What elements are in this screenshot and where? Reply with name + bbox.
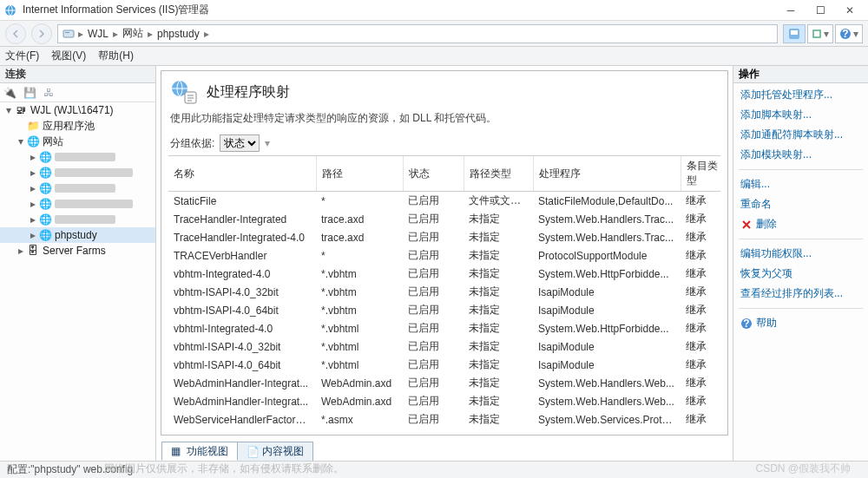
action-add-script-map[interactable]: 添加脚本映射... (739, 107, 863, 123)
cell-handler: System.Web.Handlers.Trac... (533, 210, 681, 228)
close-button[interactable]: ✕ (835, 1, 865, 20)
table-row[interactable]: TraceHandler-Integratedtrace.axd已启用未指定Sy… (168, 210, 720, 228)
table-row[interactable]: WebServiceHandlerFactory-...*.asmx已启用未指定… (168, 410, 720, 429)
node-icon[interactable]: 🖧 (43, 87, 54, 99)
minimize-button[interactable]: ─ (776, 1, 806, 20)
table-row[interactable]: WebAdminHandler-Integrat...WebAdmin.axd已… (168, 392, 720, 410)
cell-entry: 继承 (681, 283, 720, 301)
cell-path: * (316, 246, 403, 265)
cell-name: TRACEVerbHandler (168, 246, 316, 265)
table-row[interactable]: vbhtm-ISAPI-4.0_64bit*.vbhtm已启用未指定IsapiM… (168, 301, 720, 319)
cell-state: 已启用 (403, 337, 464, 356)
cell-entry: 继承 (681, 374, 720, 392)
tree-site-item[interactable]: ▸🌐 (0, 212, 155, 227)
table-row[interactable]: WebAdminHandler-Integrat...WebAdmin.axd已… (168, 374, 720, 392)
center-pane: 处理程序映射 使用此功能指定处理特定请求类型的响应的资源，如 DLL 和托管代码… (156, 66, 733, 461)
menu-file[interactable]: 文件(F) (5, 49, 39, 63)
table-row[interactable]: vbhtm-ISAPI-4.0_32bit*.vbhtm已启用未指定IsapiM… (168, 283, 720, 301)
cell-state: 已启用 (403, 192, 464, 211)
refresh-button[interactable]: ▾ (807, 24, 833, 43)
tree-site-item[interactable]: ▸🌐 (0, 149, 155, 165)
cell-pathtype: 未指定 (464, 265, 533, 283)
tree-site-item[interactable]: ▸🌐 (0, 180, 155, 196)
cell-name: WebServiceHandlerFactory-... (168, 410, 316, 429)
action-view-ordered-list[interactable]: 查看经过排序的列表... (739, 285, 863, 302)
action-add-wildcard[interactable]: 添加通配符脚本映射... (739, 127, 863, 143)
table-row[interactable]: StaticFile*已启用文件或文件夹StaticFileModule,Def… (168, 192, 720, 211)
tree-app-pools[interactable]: 📁应用程序池 (0, 118, 155, 134)
cell-handler: System.Web.Handlers.Web... (533, 374, 681, 392)
tree-site-item[interactable]: ▸🌐 (0, 165, 155, 180)
cell-entry: 继承 (681, 410, 720, 429)
serverfarm-icon: 🗄 (26, 245, 40, 257)
col-path[interactable]: 路径 (316, 156, 403, 192)
cell-pathtype: 未指定 (464, 356, 533, 374)
action-revert-parent[interactable]: 恢复为父项 (739, 265, 863, 282)
handlers-grid[interactable]: 名称 路径 状态 路径类型 处理程序 条目类型 StaticFile*已启用文件… (168, 155, 720, 431)
connections-pane: 连接 🔌 💾 🖧 ▾🖳WJL (WJL\16471) 📁应用程序池 ▾🌐网站 ▸… (0, 66, 156, 461)
table-row[interactable]: vbhtm-Integrated-4.0*.vbhtm已启用未指定System.… (168, 265, 720, 283)
cell-path: WebAdmin.axd (316, 392, 403, 410)
col-handler[interactable]: 处理程序 (533, 156, 681, 192)
cell-state: 已启用 (403, 210, 464, 228)
cell-path: *.asmx (316, 429, 403, 431)
breadcrumb-item[interactable]: phpstudy (155, 28, 201, 40)
tree-site-phpstudy[interactable]: ▸🌐phpstudy (0, 227, 155, 243)
menu-help[interactable]: 帮助(H) (98, 49, 134, 63)
action-add-managed[interactable]: 添加托管处理程序... (739, 87, 863, 103)
action-edit[interactable]: 编辑... (739, 176, 863, 193)
server-icon (62, 28, 76, 40)
help-icon[interactable]: ?▾ (835, 24, 863, 43)
apppool-icon: 📁 (26, 120, 40, 132)
tree-sites[interactable]: ▾🌐网站 (0, 134, 155, 149)
maximize-button[interactable]: ☐ (806, 1, 835, 20)
tree-toolbar: 🔌 💾 🖧 (0, 83, 155, 102)
table-row[interactable]: vbhtml-Integrated-4.0*.vbhtml已启用未指定Syste… (168, 319, 720, 337)
tab-features-view[interactable]: ▦功能视图 (161, 442, 238, 461)
col-entrytype[interactable]: 条目类型 (681, 156, 720, 192)
col-name[interactable]: 名称 (168, 156, 316, 192)
breadcrumb-item[interactable]: 网站 (121, 26, 145, 41)
table-row[interactable]: vbhtml-ISAPI-4.0_64bit*.vbhtml已启用未指定Isap… (168, 356, 720, 374)
group-by-select[interactable]: 状态 (220, 134, 260, 152)
table-row[interactable]: TRACEVerbHandler*已启用未指定ProtocolSupportMo… (168, 246, 720, 265)
cell-name: vbhtm-Integrated-4.0 (168, 265, 316, 283)
tree-site-item[interactable]: ▸🌐 (0, 196, 155, 212)
table-row[interactable]: vbhtml-ISAPI-4.0_32bit*.vbhtml已启用未指定Isap… (168, 337, 720, 356)
notification-icon[interactable] (783, 24, 806, 43)
actions-header: 操作 (733, 66, 868, 83)
tab-content-view[interactable]: 📄内容视图 (237, 442, 313, 461)
nav-back-button[interactable] (5, 23, 26, 44)
cell-state: 已启用 (403, 319, 464, 337)
action-help[interactable]: ?帮助 (739, 315, 863, 331)
sites-icon: 🌐 (26, 135, 40, 147)
svg-rect-1 (63, 30, 74, 37)
connections-tree[interactable]: ▾🖳WJL (WJL\16471) 📁应用程序池 ▾🌐网站 ▸🌐 ▸🌐 ▸🌐 ▸… (0, 102, 155, 461)
cell-pathtype: 未指定 (464, 301, 533, 319)
app-icon (3, 3, 17, 17)
chevron-right-icon: ▸ (204, 28, 209, 40)
action-edit-permissions[interactable]: 编辑功能权限... (739, 246, 863, 262)
cell-handler: StaticFileModule,DefaultDo... (533, 192, 681, 211)
connections-header: 连接 (0, 66, 155, 83)
cell-path: *.vbhtm (316, 283, 403, 301)
nav-forward-button[interactable] (31, 23, 52, 44)
action-rename[interactable]: 重命名 (739, 196, 863, 213)
menu-view[interactable]: 视图(V) (51, 49, 86, 63)
tree-server-farms[interactable]: ▸🗄Server Farms (0, 243, 155, 259)
cell-state: 已启用 (403, 410, 464, 429)
titlebar: Internet Information Services (IIS)管理器 ─… (0, 0, 868, 21)
cell-handler: System.Web.Services.Proto... (533, 410, 681, 429)
table-row[interactable]: WebServiceHandlerFactory-...*.asmx已启用未指定… (168, 429, 720, 431)
col-state[interactable]: 状态 (403, 156, 464, 192)
tree-server-node[interactable]: ▾🖳WJL (WJL\16471) (0, 102, 155, 118)
connect-icon[interactable]: 🔌 (3, 87, 16, 99)
action-add-module-map[interactable]: 添加模块映射... (739, 147, 863, 163)
breadcrumb-item[interactable]: WJL (86, 28, 110, 40)
col-pathtype[interactable]: 路径类型 (464, 156, 533, 192)
table-row[interactable]: TraceHandler-Integrated-4.0trace.axd已启用未… (168, 228, 720, 246)
breadcrumb[interactable]: ▸ WJL ▸ 网站 ▸ phpstudy ▸ (57, 24, 778, 43)
save-icon[interactable]: 💾 (23, 87, 36, 99)
action-delete[interactable]: 删除 (739, 216, 863, 232)
svg-rect-5 (813, 30, 820, 37)
